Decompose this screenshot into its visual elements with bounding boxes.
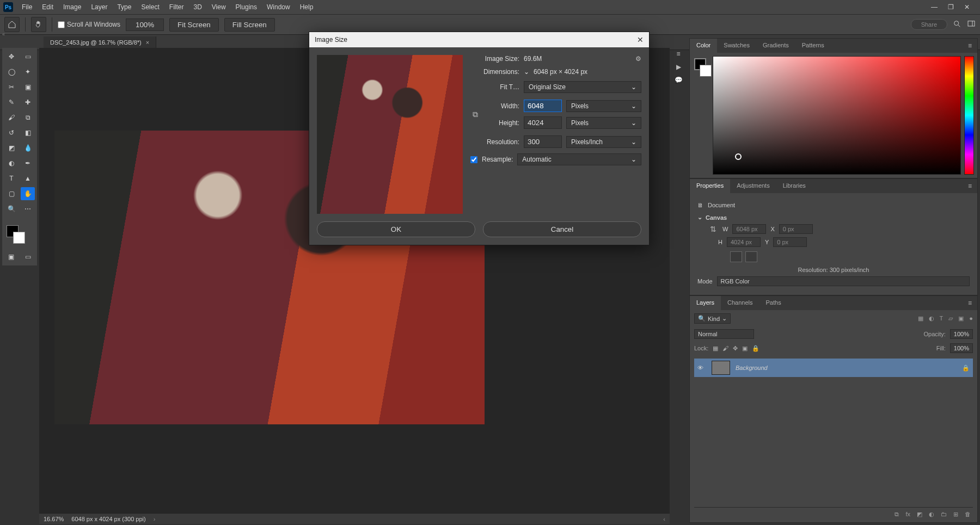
close-tab-icon[interactable]: × <box>146 39 149 46</box>
new-layer-icon[interactable]: ⊞ <box>953 511 958 518</box>
menu-type[interactable]: Type <box>113 1 136 13</box>
scroll-all-windows-checkbox[interactable]: Scroll All Windows <box>58 21 120 28</box>
eraser-tool-icon[interactable]: ◧ <box>21 126 35 139</box>
lock-image-icon[interactable]: 🖌 <box>722 345 728 351</box>
eyedropper-tool-icon[interactable]: ✎ <box>4 96 19 109</box>
status-zoom[interactable]: 16.67% <box>44 516 64 522</box>
blur-tool-icon[interactable]: 💧 <box>21 141 35 155</box>
color-swatches[interactable] <box>4 224 35 246</box>
share-button[interactable]: Share <box>911 19 947 30</box>
fill-screen-button[interactable]: Fill Screen <box>224 18 275 32</box>
home-icon[interactable] <box>4 17 20 32</box>
canvas-height-field[interactable] <box>727 237 761 247</box>
healing-brush-tool-icon[interactable]: ✚ <box>21 96 35 109</box>
crop-tool-icon[interactable]: ✂ <box>4 81 19 94</box>
collapse-handle-icon[interactable]: « <box>2 32 5 37</box>
height-field[interactable] <box>524 116 562 129</box>
dimensions-unit-dropdown[interactable]: ⌄ <box>524 68 529 76</box>
tab-layers[interactable]: Layers <box>690 296 721 310</box>
delete-layer-icon[interactable]: 🗑 <box>965 511 971 518</box>
fit-to-select[interactable]: Original Size⌄ <box>524 81 641 93</box>
resample-select[interactable]: Automatic⌄ <box>517 153 641 165</box>
fit-screen-button[interactable]: Fit Screen <box>169 18 219 32</box>
layer-visibility-icon[interactable]: 👁 <box>697 365 706 371</box>
status-doc-info[interactable]: 6048 px x 4024 px (300 ppi) <box>71 516 145 522</box>
dialog-titlebar[interactable]: Image Size ✕ <box>309 32 649 47</box>
path-select-tool-icon[interactable]: ▲ <box>21 172 35 185</box>
clone-stamp-tool-icon[interactable]: ⧉ <box>21 111 35 124</box>
canvas-width-field[interactable] <box>732 224 766 234</box>
ok-button[interactable]: OK <box>317 221 475 237</box>
tab-paths[interactable]: Paths <box>759 296 788 310</box>
tab-swatches[interactable]: Swatches <box>717 39 756 53</box>
resolution-field[interactable] <box>524 135 562 148</box>
gradient-tool-icon[interactable]: ◩ <box>4 141 19 155</box>
fill-field[interactable]: 100% <box>950 343 973 353</box>
layer-thumbnail[interactable] <box>712 361 730 375</box>
tab-patterns[interactable]: Patterns <box>795 39 831 53</box>
filter-smart-icon[interactable]: ▣ <box>958 315 964 322</box>
resample-checkbox[interactable] <box>470 156 477 163</box>
panel-background-swatch[interactable] <box>700 65 712 77</box>
layer-row[interactable]: 👁 Background 🔒 <box>694 359 973 377</box>
rectangle-tool-icon[interactable]: ▢ <box>4 187 19 200</box>
menu-help[interactable]: Help <box>296 1 318 13</box>
filter-pixel-icon[interactable]: ▦ <box>918 315 923 322</box>
document-tab[interactable]: DSC_2453.jpg @ 16.7% (RGB/8*) × <box>44 36 156 48</box>
height-unit-select[interactable]: Pixels⌄ <box>566 117 641 129</box>
canvas-y-field[interactable] <box>773 237 807 247</box>
portrait-orientation-button[interactable] <box>730 251 742 262</box>
lock-all-icon[interactable]: 🔒 <box>752 345 759 352</box>
lasso-tool-icon[interactable]: ◯ <box>4 65 19 78</box>
blend-mode-select[interactable]: Normal <box>694 329 754 339</box>
hand-tool-icon[interactable] <box>31 17 46 32</box>
adjustment-layer-icon[interactable]: ◐ <box>929 511 934 518</box>
menu-window[interactable]: Window <box>262 1 295 13</box>
width-field[interactable] <box>524 100 562 112</box>
lock-position-icon[interactable]: ✥ <box>733 345 738 352</box>
menu-3d[interactable]: 3D <box>189 1 206 13</box>
zoom-tool-icon[interactable]: 🔍 <box>4 202 19 215</box>
chevron-down-icon[interactable]: ⌄ <box>697 214 702 221</box>
pen-tool-icon[interactable]: ✒ <box>21 157 35 170</box>
color-field[interactable] <box>713 56 961 175</box>
filter-adjustment-icon[interactable]: ◐ <box>929 315 934 322</box>
link-layers-icon[interactable]: ⧉ <box>895 511 899 518</box>
color-picker-ring[interactable] <box>735 153 742 160</box>
color-mode-select[interactable]: RGB Color <box>717 276 970 286</box>
menu-edit[interactable]: Edit <box>38 1 58 13</box>
window-minimize-icon[interactable]: — <box>929 3 940 11</box>
marquee-tool-icon[interactable]: ▭ <box>21 50 35 63</box>
tab-gradients[interactable]: Gradients <box>756 39 795 53</box>
workspace-icon[interactable] <box>967 20 976 30</box>
filter-shape-icon[interactable]: ▱ <box>948 315 953 322</box>
landscape-orientation-button[interactable] <box>745 251 757 262</box>
panel-menu-icon[interactable]: ≡ <box>963 296 977 310</box>
tab-channels[interactable]: Channels <box>721 296 759 310</box>
tab-color[interactable]: Color <box>690 39 717 53</box>
comments-panel-icon[interactable]: 💬 <box>675 76 683 84</box>
window-close-icon[interactable]: ✕ <box>961 3 972 11</box>
panel-menu-icon[interactable]: ≡ <box>963 179 977 193</box>
menu-plugins[interactable]: Plugins <box>231 1 261 13</box>
quick-mask-icon[interactable]: ▣ <box>4 250 18 263</box>
opacity-field[interactable]: 100% <box>950 329 973 339</box>
layer-name[interactable]: Background <box>736 365 768 371</box>
link-dimensions-icon[interactable]: ⇅ <box>708 225 718 233</box>
tab-properties[interactable]: Properties <box>690 179 730 193</box>
brush-tool-icon[interactable]: 🖌 <box>4 111 19 124</box>
menu-file[interactable]: File <box>17 1 36 13</box>
actions-panel-icon[interactable]: ▶ <box>676 63 681 71</box>
dodge-tool-icon[interactable]: ◐ <box>4 157 19 170</box>
hand-tool-icon[interactable]: ✋ <box>21 187 35 200</box>
layer-mask-icon[interactable]: ◩ <box>917 511 922 518</box>
constrain-proportions-icon[interactable]: ⧉ <box>470 110 480 119</box>
panel-menu-icon[interactable]: ≡ <box>963 39 977 53</box>
window-restore-icon[interactable]: ❐ <box>945 3 956 11</box>
zoom-field[interactable] <box>126 18 164 31</box>
scroll-left-icon[interactable]: ‹ <box>663 516 665 522</box>
search-icon[interactable] <box>953 20 961 30</box>
menu-image[interactable]: Image <box>59 1 85 13</box>
filter-toggle-icon[interactable]: ● <box>969 315 973 322</box>
color-swatch-pair[interactable] <box>693 56 709 175</box>
